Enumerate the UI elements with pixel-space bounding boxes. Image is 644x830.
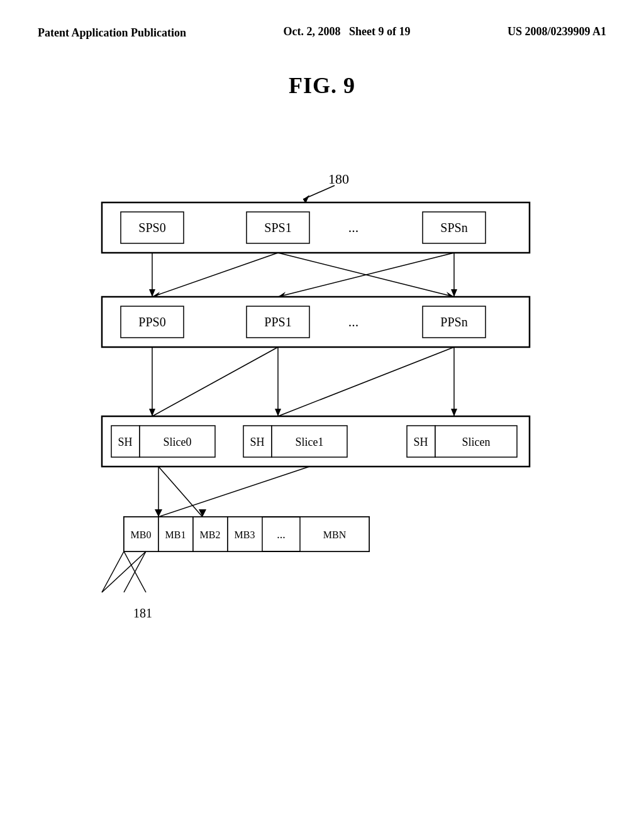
diagram-area: 180 SPS0 SPS1 ... SPSn bbox=[0, 99, 644, 830]
pps0-label: PPS0 bbox=[138, 315, 165, 329]
publication-date: Oct. 2, 2008 Sheet 9 of 19 bbox=[284, 25, 411, 38]
ppsn-label: PPSn bbox=[440, 315, 467, 329]
slice0-label: Slice0 bbox=[164, 436, 192, 448]
svg-line-47 bbox=[102, 551, 146, 592]
svg-line-27 bbox=[278, 347, 454, 416]
sps-dots: ... bbox=[348, 219, 359, 235]
sps0-label: SPS0 bbox=[138, 221, 165, 235]
pps-dots: ... bbox=[348, 314, 359, 329]
svg-line-37 bbox=[158, 467, 309, 517]
ref-180-label: 180 bbox=[328, 171, 349, 187]
mb0-label: MB0 bbox=[131, 529, 152, 540]
diagram-svg: 180 SPS0 SPS1 ... SPSn bbox=[64, 149, 580, 715]
ref-181-label: 181 bbox=[133, 606, 152, 620]
page-header: Patent Application Publication Oct. 2, 2… bbox=[0, 0, 644, 53]
patent-number: US 2008/0239909 A1 bbox=[508, 25, 606, 38]
svg-marker-39 bbox=[199, 509, 206, 517]
sh1-label: SH bbox=[250, 436, 264, 448]
slice1-label: Slice1 bbox=[296, 436, 324, 448]
svg-line-26 bbox=[152, 347, 278, 416]
mbn-label: MBN bbox=[323, 529, 347, 540]
figure-label: FIG. 9 bbox=[0, 72, 644, 99]
svg-line-46 bbox=[102, 551, 124, 592]
mb3-label: MB3 bbox=[235, 529, 255, 540]
publication-title: Patent Application Publication bbox=[38, 25, 186, 41]
spsn-label: SPSn bbox=[440, 221, 467, 235]
svg-line-8 bbox=[152, 253, 278, 297]
slicen-label: Slicen bbox=[462, 436, 491, 448]
mb-dots: ... bbox=[277, 528, 286, 541]
pps1-label: PPS1 bbox=[264, 315, 291, 329]
sh0-label: SH bbox=[118, 436, 132, 448]
mb1-label: MB1 bbox=[165, 529, 186, 540]
svg-marker-25 bbox=[451, 409, 457, 416]
mb2-label: MB2 bbox=[200, 529, 221, 540]
sps1-label: SPS1 bbox=[264, 221, 291, 235]
shn-label: SH bbox=[413, 436, 428, 448]
